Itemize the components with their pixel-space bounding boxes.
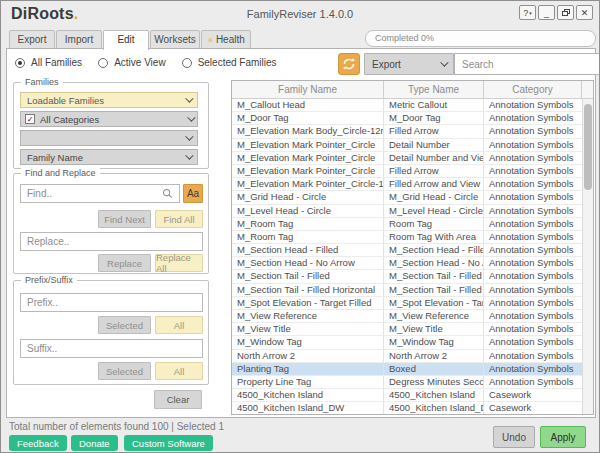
replace-input[interactable]	[27, 236, 196, 247]
radio-selected-families[interactable]	[182, 58, 192, 68]
tab-health[interactable]: ✳Health	[201, 30, 251, 49]
type-name-cell: M_Section Tail - Filled	[384, 270, 484, 282]
tab-export[interactable]: Export	[9, 30, 55, 49]
table-row[interactable]: 4500_Kitchen Island_DW4500_Kitchen Islan…	[232, 402, 582, 414]
apply-button[interactable]: Apply	[540, 426, 586, 448]
suffix-all-button[interactable]: All	[155, 362, 203, 380]
category-cell: Annotation Symbols	[484, 165, 582, 177]
chevron-down-icon	[185, 94, 193, 102]
table-body: M_Callout HeadMetric CalloutAnnotation S…	[232, 99, 582, 414]
undo-button[interactable]: Undo	[493, 426, 535, 448]
category-cell: Annotation Symbols	[484, 218, 582, 230]
table-row[interactable]: M_View TitleM_View TitleAnnotation Symbo…	[232, 323, 582, 336]
suffix-selected-button[interactable]: Selected	[98, 362, 151, 380]
family-name-cell: M_Section Tail - Filled	[232, 270, 384, 282]
family-name-cell: M_Spot Elevation - Target Filled	[232, 297, 384, 309]
prefix-input[interactable]	[27, 297, 196, 308]
table-row[interactable]: Planting TagBoxedAnnotation Symbols	[232, 363, 582, 376]
table-row[interactable]: M_Elevation Mark Pointer_CircleDetail Nu…	[232, 152, 582, 165]
suffix-input[interactable]	[27, 343, 196, 354]
replace-all-button[interactable]: Replace All	[155, 254, 203, 272]
category-filter-dropdown[interactable]	[20, 130, 198, 146]
match-case-button[interactable]: Aa	[183, 184, 203, 203]
category-cell: Annotation Symbols	[484, 231, 582, 243]
window-controls: ?▾ _ ✕	[519, 5, 593, 20]
main-panel: All Families Active View Selected Famili…	[6, 48, 596, 418]
type-name-cell: M_Section Tail - Filled Horiz	[384, 284, 484, 296]
radio-all-families[interactable]	[15, 58, 25, 68]
table-row[interactable]: M_Elevation Mark Pointer_Circle-12mmFill…	[232, 178, 582, 191]
scrollbar-thumb[interactable]	[584, 104, 592, 190]
table-row[interactable]: Property Line TagDegress Minutes Seconds…	[232, 376, 582, 389]
table-row[interactable]: M_Grid Head - CircleM_Grid Head - Circle…	[232, 191, 582, 204]
table-row[interactable]: M_Elevation Mark Pointer_CircleDetail Nu…	[232, 139, 582, 152]
table-row[interactable]: M_Room TagRoom Tag With AreaAnnotation S…	[232, 231, 582, 244]
feedback-button[interactable]: Feedback	[9, 435, 67, 451]
tab-import[interactable]: Import	[56, 30, 102, 49]
sort-by-dropdown[interactable]: Family Name	[20, 149, 198, 165]
table-row[interactable]: M_Elevation Mark Body_Circle-12mmFilled …	[232, 125, 582, 138]
family-name-cell: M_Elevation Mark Pointer_Circle	[232, 152, 384, 164]
prefix-selected-button[interactable]: Selected	[98, 316, 151, 334]
find-field[interactable]	[20, 184, 180, 203]
help-button[interactable]: ?▾	[519, 5, 536, 20]
column-header-category[interactable]: Category	[484, 81, 582, 98]
table-row[interactable]: North Arrow 2North Arrow 2Annotation Sym…	[232, 350, 582, 363]
table-row[interactable]: M_Room TagRoom TagAnnotation Symbols	[232, 218, 582, 231]
categories-dropdown[interactable]: ✓ All Categories	[20, 111, 198, 127]
table-row[interactable]: M_Spot Elevation - Target FilledM_Spot E…	[232, 297, 582, 310]
category-cell: Annotation Symbols	[484, 257, 582, 269]
custom-software-button[interactable]: Custom Software	[124, 435, 213, 451]
table-row[interactable]: M_Window TagM_Window TagAnnotation Symbo…	[232, 336, 582, 349]
chevron-down-icon: ▾	[529, 10, 532, 16]
suffix-field[interactable]	[20, 339, 203, 358]
refresh-button[interactable]	[338, 53, 360, 75]
family-name-cell: M_Callout Head	[232, 99, 384, 111]
find-next-button[interactable]: Find Next	[98, 210, 151, 228]
category-cell: Annotation Symbols	[484, 152, 582, 164]
replace-field[interactable]	[20, 232, 203, 251]
minimize-button[interactable]: _	[538, 5, 555, 20]
table-row[interactable]: M_Section Head - No ArrowM_Section Head …	[232, 257, 582, 270]
category-cell: Annotation Symbols	[484, 270, 582, 282]
type-name-cell: M_Section Head - No Arrow	[384, 257, 484, 269]
progress-bar: Completed 0%	[365, 30, 596, 47]
action-dropdown[interactable]: Export	[364, 53, 454, 75]
prefix-field[interactable]	[20, 293, 203, 312]
clear-button[interactable]: Clear	[154, 390, 202, 409]
close-icon: ✕	[581, 8, 589, 18]
category-cell: Casework	[484, 389, 582, 401]
donate-button[interactable]: Donate	[71, 435, 118, 451]
find-input[interactable]	[27, 188, 162, 199]
categories-checkbox[interactable]: ✓	[25, 114, 35, 124]
categories-value: All Categories	[40, 114, 99, 125]
table-row[interactable]: M_View ReferenceM_View ReferenceAnnotati…	[232, 310, 582, 323]
table-row[interactable]: M_Elevation Mark Pointer_CircleFilled Ar…	[232, 165, 582, 178]
restore-button[interactable]	[557, 5, 574, 20]
family-kind-dropdown[interactable]: Loadable Families	[20, 92, 198, 108]
category-cell: Annotation Symbols	[484, 284, 582, 296]
tab-edit[interactable]: Edit	[103, 30, 149, 50]
column-header-family-name[interactable]: Family Name	[232, 81, 384, 98]
close-button[interactable]: ✕	[576, 5, 593, 20]
type-name-cell: M_Spot Elevation - Target F	[384, 297, 484, 309]
family-name-cell: M_Elevation Mark Pointer_Circle	[232, 139, 384, 151]
column-header-type-name[interactable]: Type Name	[384, 81, 484, 98]
prefix-all-button[interactable]: All	[155, 316, 203, 334]
table-row[interactable]: M_Section Tail - FilledM_Section Tail - …	[232, 270, 582, 283]
table-row[interactable]: M_Section Tail - Filled HorizontalM_Sect…	[232, 284, 582, 297]
family-name-cell: M_Elevation Mark Body_Circle-12mm	[232, 125, 384, 137]
find-all-button[interactable]: Find All	[155, 210, 203, 228]
search-box[interactable]	[454, 53, 600, 75]
radio-active-view[interactable]	[98, 58, 108, 68]
table-row[interactable]: M_Callout HeadMetric CalloutAnnotation S…	[232, 99, 582, 112]
search-input[interactable]	[462, 59, 594, 70]
replace-button[interactable]: Replace	[98, 254, 151, 272]
table-row[interactable]: M_Section Head - FilledM_Section Head - …	[232, 244, 582, 257]
table-row[interactable]: M_Door TagM_Door TagAnnotation Symbols	[232, 112, 582, 125]
category-cell: Annotation Symbols	[484, 336, 582, 348]
table-scrollbar[interactable]	[582, 99, 593, 414]
table-row[interactable]: M_Level Head - CircleM_Level Head - Circ…	[232, 205, 582, 218]
tab-worksets[interactable]: Worksets	[150, 30, 200, 49]
table-row[interactable]: 4500_Kitchen Island4500_Kitchen IslandCa…	[232, 389, 582, 402]
